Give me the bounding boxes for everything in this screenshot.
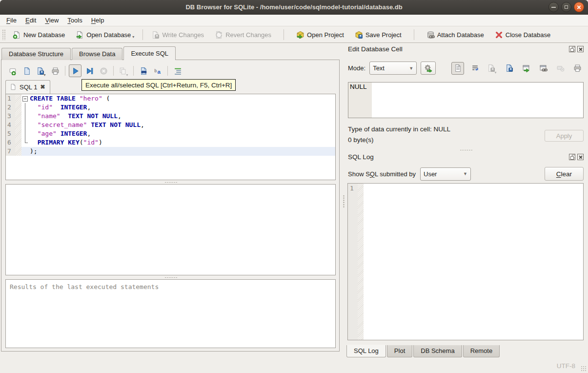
mode-select[interactable]: Text ▼ (369, 62, 417, 75)
fold-marker-icon[interactable] (22, 96, 28, 102)
float-dock-icon[interactable] (569, 154, 575, 160)
text-document-icon (454, 64, 462, 72)
menu-edit[interactable]: Edit (21, 16, 41, 25)
cell-type-info: Type of data currently in cell: NULL (348, 125, 450, 133)
open-sql-file-button[interactable] (20, 64, 33, 77)
toolbar-separator (142, 29, 143, 40)
open-url-button[interactable] (537, 62, 549, 75)
text-mode-button[interactable] (451, 62, 464, 75)
editor-line[interactable]: 5 "age" INTEGER, (6, 129, 335, 138)
export-icon (505, 64, 513, 72)
dock-tab-sql-log[interactable]: SQL Log (346, 345, 386, 357)
sql-log-title: SQL Log (348, 153, 374, 161)
sql-editor[interactable]: 1 CREATE TABLE "hero" ( 2 "id" INTEGER, … (5, 94, 336, 180)
sql-toolbar: ▾ ▾ (5, 62, 336, 80)
print-cell-button[interactable] (571, 62, 584, 75)
edit-cell-dock-header: Edit Database Cell (348, 45, 584, 53)
toolbar-separator (284, 29, 284, 40)
link-icon (539, 64, 547, 72)
execute-icon (71, 67, 80, 75)
stop-icon (100, 67, 108, 75)
editor-results-splitter[interactable] (5, 180, 336, 184)
editor-line[interactable]: 2 "id" INTEGER, (6, 103, 335, 112)
print-icon (573, 64, 582, 72)
sql-1-tab[interactable]: SQL 1 ✖ (5, 80, 50, 94)
editor-line[interactable]: 1 CREATE TABLE "hero" ( (6, 94, 335, 103)
sql-log-controls: Show SQL submitted by User ▼ Clear (348, 166, 584, 181)
cell-value-editor[interactable]: NULL (348, 82, 584, 118)
edit-cell-title: Edit Database Cell (348, 45, 403, 53)
save-project-icon (355, 31, 363, 39)
dock-splitter[interactable] (348, 148, 584, 152)
results-message-area[interactable]: Results of the last executed statements (5, 279, 336, 348)
encoding-indicator[interactable]: UTF-8 (557, 362, 575, 370)
menubar: File Edit View Tools Help (0, 15, 588, 26)
toolbar-drag-handle[interactable] (2, 29, 5, 40)
new-database-icon (13, 31, 21, 39)
tab-browse-data[interactable]: Browse Data (72, 48, 122, 60)
word-wrap-button[interactable] (171, 64, 184, 77)
editor-line-current[interactable]: 7 ); (6, 147, 335, 156)
close-sql-tab-icon[interactable]: ✖ (40, 83, 45, 90)
auto-switch-mode-button[interactable] (421, 62, 436, 75)
close-database-button[interactable]: Close Database (491, 29, 555, 41)
sql-log-dock-header: SQL Log (348, 153, 584, 161)
word-wrap-cell-button[interactable] (468, 62, 481, 75)
save-sql-file-button[interactable]: ▾ (35, 64, 47, 77)
open-project-button[interactable]: Open Project (292, 29, 348, 41)
chevron-down-icon: ▼ (463, 171, 467, 176)
dock-tab-plot[interactable]: Plot (387, 345, 412, 357)
main-vertical-splitter[interactable] (342, 43, 345, 359)
log-filter-select[interactable]: User ▼ (420, 167, 471, 181)
open-in-app-button[interactable] (520, 62, 532, 75)
execute-sql-button[interactable] (69, 64, 81, 77)
maximize-button[interactable] (561, 2, 571, 12)
copy-results-button: ▾ (117, 64, 130, 77)
attach-database-button[interactable]: Attach Database (423, 29, 488, 41)
save-sql-dropdown-icon[interactable]: ▾ (43, 73, 45, 77)
editor-line[interactable]: 6 PRIMARY KEY("id") (6, 138, 335, 147)
results-grid[interactable] (5, 184, 336, 275)
menu-view[interactable]: View (41, 16, 63, 25)
resize-grip[interactable] (581, 366, 587, 372)
tab-execute-sql[interactable]: Execute SQL (123, 46, 176, 60)
grid-messages-splitter[interactable] (5, 275, 336, 279)
new-tab-icon (9, 67, 17, 75)
sql-toolbar-separator (133, 66, 134, 76)
export-cell-button[interactable] (503, 62, 515, 75)
dock-tabbar: SQL Log Plot DB Schema Remote (346, 345, 501, 358)
dock-tab-remote[interactable]: Remote (463, 345, 500, 357)
editor-line[interactable]: 3 "name" TEXT NOT NULL, (6, 112, 335, 121)
sql-log-view[interactable]: 1 (347, 183, 584, 340)
tab-database-structure[interactable]: Database Structure (1, 48, 71, 60)
indent-lines-icon (174, 67, 182, 75)
editor-line[interactable]: 4 "secret_name" TEXT NOT NULL, (6, 121, 335, 129)
save-project-button[interactable]: Save Project (351, 29, 406, 41)
float-dock-icon[interactable] (569, 46, 575, 52)
open-database-dropdown-icon[interactable]: ▾ (132, 35, 134, 39)
sql-file-icon (10, 83, 17, 90)
menu-file[interactable]: File (2, 16, 21, 25)
find-button[interactable] (137, 64, 150, 77)
auto-format-button[interactable] (151, 64, 164, 77)
menu-help[interactable]: Help (87, 16, 109, 25)
menu-tools[interactable]: Tools (63, 16, 86, 25)
gear-arrow-icon (424, 64, 432, 72)
attach-database-icon (426, 31, 435, 39)
close-button[interactable] (574, 2, 584, 12)
open-database-button[interactable]: Open Database ▾ (72, 29, 138, 41)
clear-log-button[interactable]: Clear (545, 167, 584, 181)
minimize-button[interactable] (548, 2, 559, 12)
new-sql-tab-button[interactable] (6, 64, 19, 77)
new-database-button[interactable]: New Database (9, 29, 69, 41)
close-dock-icon[interactable] (577, 46, 584, 52)
dock-tab-db-schema[interactable]: DB Schema (413, 345, 462, 357)
titlebar[interactable]: DB Browser for SQLite - /home/user/code/… (0, 0, 588, 15)
execute-current-line-button[interactable] (83, 64, 96, 77)
print-sql-button[interactable] (49, 64, 61, 77)
close-database-icon (495, 31, 503, 39)
import-dropdown-icon: ▾ (494, 70, 496, 75)
window-title: DB Browser for SQLite - /home/user/code/… (185, 3, 402, 11)
close-dock-icon[interactable] (577, 154, 584, 160)
sql-toolbar-separator (113, 66, 114, 76)
